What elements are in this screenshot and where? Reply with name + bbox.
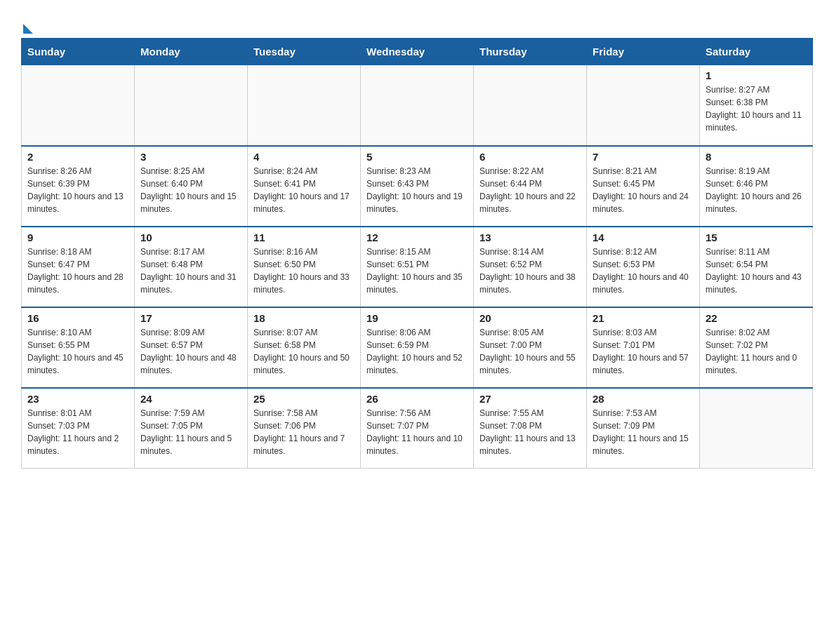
day-number: 5 [366,151,468,163]
day-number: 14 [593,232,694,243]
weekday-header-thursday: Thursday [474,39,587,65]
day-number: 7 [593,151,694,163]
day-info: Sunrise: 8:24 AMSunset: 6:41 PMDaylight:… [253,165,355,215]
day-number: 18 [253,312,355,324]
day-info: Sunrise: 8:22 AMSunset: 6:44 PMDaylight:… [479,165,581,215]
day-number: 9 [27,232,128,243]
day-info: Sunrise: 7:55 AMSunset: 7:08 PMDaylight:… [479,407,581,457]
calendar-cell [474,65,587,146]
calendar-cell: 21Sunrise: 8:03 AMSunset: 7:01 PMDayligh… [587,307,700,388]
day-number: 1 [706,69,807,81]
calendar-cell: 20Sunrise: 8:05 AMSunset: 7:00 PMDayligh… [474,307,587,388]
day-info: Sunrise: 8:27 AMSunset: 6:38 PMDaylight:… [706,83,807,134]
weekday-header-tuesday: Tuesday [248,39,361,65]
day-number: 12 [366,232,468,243]
calendar-cell: 14Sunrise: 8:12 AMSunset: 6:53 PMDayligh… [587,227,700,307]
day-info: Sunrise: 7:59 AMSunset: 7:05 PMDaylight:… [140,407,241,457]
day-info: Sunrise: 8:11 AMSunset: 6:54 PMDaylight:… [706,246,807,296]
day-info: Sunrise: 8:17 AMSunset: 6:48 PMDaylight:… [140,246,241,296]
calendar-cell: 7Sunrise: 8:21 AMSunset: 6:45 PMDaylight… [587,146,700,227]
calendar-cell: 27Sunrise: 7:55 AMSunset: 7:08 PMDayligh… [474,388,587,469]
calendar-cell [700,388,813,469]
day-info: Sunrise: 8:21 AMSunset: 6:45 PMDaylight:… [593,165,694,215]
day-number: 15 [706,232,807,243]
day-number: 19 [366,312,468,324]
day-info: Sunrise: 8:09 AMSunset: 6:57 PMDaylight:… [140,326,241,377]
calendar-cell: 18Sunrise: 8:07 AMSunset: 6:58 PMDayligh… [248,307,361,388]
day-number: 11 [253,232,355,243]
weekday-header-wednesday: Wednesday [361,39,474,65]
day-number: 8 [706,151,807,163]
day-number: 13 [479,232,581,243]
calendar-cell: 22Sunrise: 8:02 AMSunset: 7:02 PMDayligh… [700,307,813,388]
day-info: Sunrise: 8:02 AMSunset: 7:02 PMDaylight:… [706,326,807,377]
day-number: 17 [140,312,241,324]
calendar-cell [248,65,361,146]
day-info: Sunrise: 8:18 AMSunset: 6:47 PMDaylight:… [27,246,128,296]
day-info: Sunrise: 7:53 AMSunset: 7:09 PMDaylight:… [593,407,694,457]
calendar-cell: 16Sunrise: 8:10 AMSunset: 6:55 PMDayligh… [22,307,135,388]
calendar-cell: 11Sunrise: 8:16 AMSunset: 6:50 PMDayligh… [248,227,361,307]
day-number: 22 [706,312,807,324]
calendar-week-2: 2Sunrise: 8:26 AMSunset: 6:39 PMDaylight… [22,146,813,227]
day-number: 21 [593,312,694,324]
day-info: Sunrise: 8:03 AMSunset: 7:01 PMDaylight:… [593,326,694,377]
calendar-cell: 4Sunrise: 8:24 AMSunset: 6:41 PMDaylight… [248,146,361,227]
calendar-week-4: 16Sunrise: 8:10 AMSunset: 6:55 PMDayligh… [22,307,813,388]
day-number: 10 [140,232,241,243]
page-header [21,14,813,31]
calendar-cell: 13Sunrise: 8:14 AMSunset: 6:52 PMDayligh… [474,227,587,307]
calendar-cell [135,65,248,146]
day-number: 25 [253,393,355,405]
day-info: Sunrise: 8:06 AMSunset: 6:59 PMDaylight:… [366,326,468,377]
calendar-cell: 3Sunrise: 8:25 AMSunset: 6:40 PMDaylight… [135,146,248,227]
calendar-cell: 28Sunrise: 7:53 AMSunset: 7:09 PMDayligh… [587,388,700,469]
day-number: 27 [479,393,581,405]
day-number: 26 [366,393,468,405]
day-number: 28 [593,393,694,405]
logo-triangle-icon [23,24,33,34]
day-info: Sunrise: 8:12 AMSunset: 6:53 PMDaylight:… [593,246,694,296]
day-info: Sunrise: 8:19 AMSunset: 6:46 PMDaylight:… [706,165,807,215]
calendar-cell [361,65,474,146]
day-number: 23 [27,393,128,405]
calendar-cell: 19Sunrise: 8:06 AMSunset: 6:59 PMDayligh… [361,307,474,388]
weekday-header-friday: Friday [587,39,700,65]
day-info: Sunrise: 7:58 AMSunset: 7:06 PMDaylight:… [253,407,355,457]
calendar-cell: 17Sunrise: 8:09 AMSunset: 6:57 PMDayligh… [135,307,248,388]
calendar-cell: 12Sunrise: 8:15 AMSunset: 6:51 PMDayligh… [361,227,474,307]
weekday-header-row: SundayMondayTuesdayWednesdayThursdayFrid… [22,39,813,65]
day-number: 16 [27,312,128,324]
day-info: Sunrise: 8:15 AMSunset: 6:51 PMDaylight:… [366,246,468,296]
day-number: 3 [140,151,241,163]
day-number: 6 [479,151,581,163]
weekday-header-saturday: Saturday [700,39,813,65]
calendar-cell: 26Sunrise: 7:56 AMSunset: 7:07 PMDayligh… [361,388,474,469]
day-info: Sunrise: 8:14 AMSunset: 6:52 PMDaylight:… [479,246,581,296]
day-info: Sunrise: 8:23 AMSunset: 6:43 PMDaylight:… [366,165,468,215]
weekday-header-sunday: Sunday [22,39,135,65]
calendar-table: SundayMondayTuesdayWednesdayThursdayFrid… [21,38,813,469]
calendar-cell: 23Sunrise: 8:01 AMSunset: 7:03 PMDayligh… [22,388,135,469]
weekday-header-monday: Monday [135,39,248,65]
calendar-cell: 24Sunrise: 7:59 AMSunset: 7:05 PMDayligh… [135,388,248,469]
day-info: Sunrise: 8:05 AMSunset: 7:00 PMDaylight:… [479,326,581,377]
calendar-cell [587,65,700,146]
calendar-week-1: 1Sunrise: 8:27 AMSunset: 6:38 PMDaylight… [22,65,813,146]
logo [21,21,33,31]
calendar-cell [22,65,135,146]
calendar-cell: 8Sunrise: 8:19 AMSunset: 6:46 PMDaylight… [700,146,813,227]
day-info: Sunrise: 8:16 AMSunset: 6:50 PMDaylight:… [253,246,355,296]
calendar-cell: 10Sunrise: 8:17 AMSunset: 6:48 PMDayligh… [135,227,248,307]
day-info: Sunrise: 8:07 AMSunset: 6:58 PMDaylight:… [253,326,355,377]
calendar-week-5: 23Sunrise: 8:01 AMSunset: 7:03 PMDayligh… [22,388,813,469]
calendar-cell: 15Sunrise: 8:11 AMSunset: 6:54 PMDayligh… [700,227,813,307]
day-number: 4 [253,151,355,163]
calendar-cell: 9Sunrise: 8:18 AMSunset: 6:47 PMDaylight… [22,227,135,307]
day-info: Sunrise: 8:01 AMSunset: 7:03 PMDaylight:… [27,407,128,457]
calendar-cell: 6Sunrise: 8:22 AMSunset: 6:44 PMDaylight… [474,146,587,227]
calendar-cell: 5Sunrise: 8:23 AMSunset: 6:43 PMDaylight… [361,146,474,227]
day-info: Sunrise: 8:10 AMSunset: 6:55 PMDaylight:… [27,326,128,377]
calendar-cell: 2Sunrise: 8:26 AMSunset: 6:39 PMDaylight… [22,146,135,227]
day-number: 20 [479,312,581,324]
